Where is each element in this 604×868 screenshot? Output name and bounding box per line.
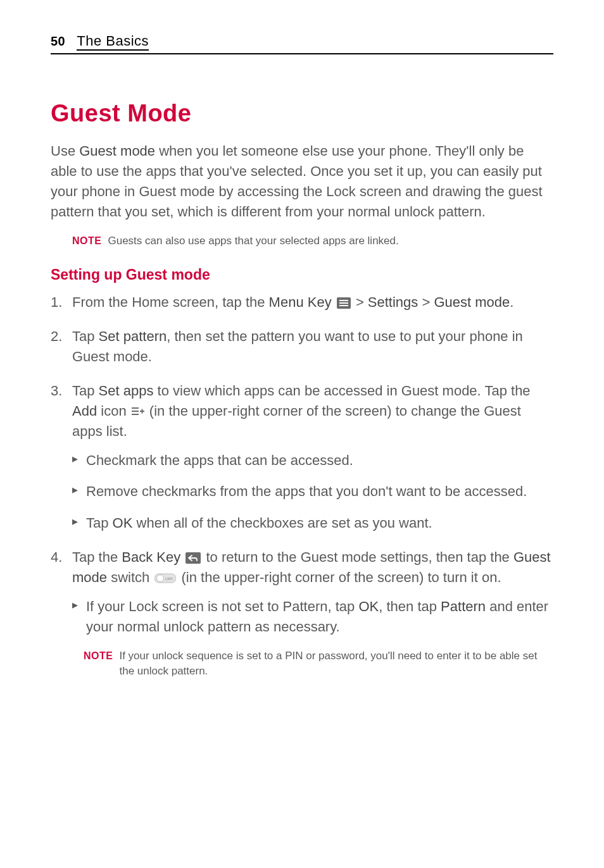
bullet-text: Remove checkmarks from the apps that you… — [86, 483, 527, 499]
page-header: 50 The Basics — [51, 33, 553, 54]
note-block: NOTE Guests can also use apps that your … — [72, 233, 553, 249]
step-text: to view which apps can be accessed in Gu… — [153, 383, 530, 399]
step-bold: Guest mode — [434, 294, 510, 310]
switch-icon: OFF — [154, 573, 176, 584]
step-text: Tap — [72, 328, 99, 344]
step-3: Tap Set apps to view which apps can be a… — [51, 381, 553, 533]
step-bold: Back Key — [122, 549, 180, 565]
note-text: Guests can also use apps that your selec… — [108, 233, 398, 249]
step-4: Tap the Back Key to return to the Guest … — [51, 547, 553, 679]
bullet-bold: Pattern — [441, 598, 486, 614]
step-bold: Menu Key — [269, 294, 332, 310]
step-text: icon — [97, 403, 130, 419]
bullet-bold: OK — [113, 515, 133, 531]
step-text: Tap — [72, 383, 99, 399]
subtitle: Setting up Guest mode — [51, 266, 553, 283]
note-block: NOTE If your unlock sequence is set to a… — [84, 648, 553, 679]
bullet-item: Remove checkmarks from the apps that you… — [72, 481, 553, 502]
bullet-item: If your Lock screen is not set to Patter… — [72, 597, 553, 637]
step-text: Tap the — [72, 549, 122, 565]
step-text: . — [510, 294, 513, 310]
step-bold: Set apps — [99, 383, 154, 399]
bullet-text: Checkmark the apps that can be accessed. — [86, 452, 353, 468]
bullet-text: If your Lock screen is not set to Patter… — [86, 598, 358, 614]
page-title: Guest Mode — [51, 100, 553, 127]
back-key-icon — [186, 552, 201, 564]
svg-rect-3 — [339, 305, 348, 306]
step-text: > — [418, 294, 434, 310]
steps-list: From the Home screen, tap the Menu Key >… — [51, 292, 553, 679]
svg-rect-8 — [141, 409, 142, 413]
step-text: to return to the Guest mode settings, th… — [202, 549, 513, 565]
svg-rect-2 — [339, 302, 348, 304]
add-icon — [132, 406, 144, 418]
svg-rect-6 — [132, 414, 139, 415]
svg-point-11 — [157, 575, 164, 582]
bullet-text: Tap — [86, 515, 113, 531]
bullet-item: Checkmark the apps that can be accessed. — [72, 450, 553, 471]
step-bold: Set pattern — [99, 328, 167, 344]
intro-text: Use — [51, 143, 79, 159]
note-label: NOTE — [84, 648, 113, 663]
step-bold: Add — [72, 403, 97, 419]
note-label: NOTE — [72, 233, 101, 248]
step-3-bullets: Checkmark the apps that can be accessed.… — [72, 450, 553, 534]
note-text: If your unlock sequence is set to a PIN … — [119, 648, 553, 679]
svg-rect-5 — [132, 411, 139, 412]
step-text: > — [352, 294, 368, 310]
svg-rect-1 — [339, 300, 348, 301]
step-text: From the Home screen, tap the — [72, 294, 269, 310]
menu-key-icon — [337, 297, 351, 309]
step-1: From the Home screen, tap the Menu Key >… — [51, 292, 553, 313]
intro-paragraph: Use Guest mode when you let someone else… — [51, 141, 553, 222]
step-text: switch — [107, 569, 153, 585]
page: 50 The Basics Guest Mode Use Guest mode … — [0, 0, 604, 868]
bullet-text: , then tap — [379, 598, 441, 614]
bullet-item: Tap OK when all of the checkboxes are se… — [72, 513, 553, 533]
step-text: (in the upper-right corner of the screen… — [177, 569, 501, 585]
bullet-bold: OK — [358, 598, 379, 614]
page-number: 50 — [51, 34, 65, 49]
step-bold: Settings — [368, 294, 418, 310]
section-name: The Basics — [77, 33, 149, 51]
svg-text:OFF: OFF — [165, 577, 173, 581]
step-4-bullets: If your Lock screen is not set to Patter… — [72, 597, 553, 637]
step-2: Tap Set pattern, then set the pattern yo… — [51, 326, 553, 367]
svg-rect-4 — [132, 407, 139, 409]
intro-bold: Guest mode — [79, 143, 155, 159]
bullet-text: when all of the checkboxes are set as yo… — [132, 515, 432, 531]
